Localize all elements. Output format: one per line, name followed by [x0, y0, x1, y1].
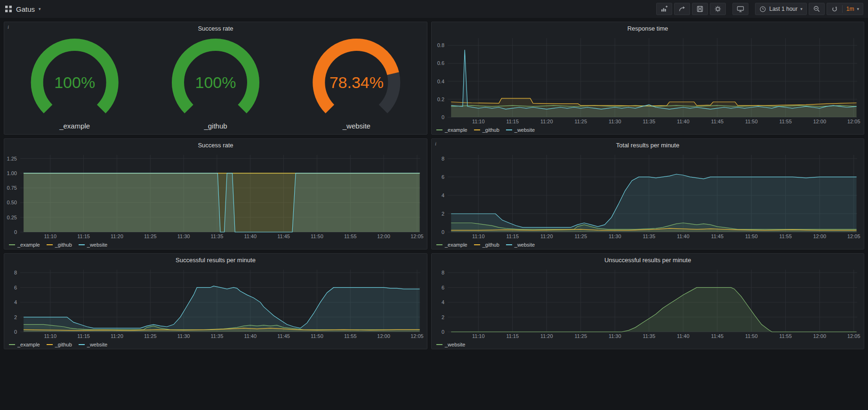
y-tick-label: 8 — [442, 156, 444, 161]
legend-item-_website[interactable]: _website — [436, 342, 465, 347]
x-tick-label: 11:35 — [211, 333, 224, 339]
x-tick-label: 11:55 — [779, 333, 792, 339]
y-tick-label: 4 — [442, 299, 444, 305]
x-tick-label: 11:50 — [745, 119, 758, 124]
zoom-out-icon — [813, 5, 820, 13]
dashboard-grid-icon[interactable] — [5, 5, 12, 13]
add-panel-button[interactable] — [656, 3, 672, 15]
legend-item-_website[interactable]: _website — [506, 127, 535, 133]
legend-item-_website[interactable]: _website — [79, 342, 107, 347]
time-series-plot[interactable]: 11:1011:1511:2011:2511:3011:3511:4011:45… — [432, 34, 864, 126]
x-tick-label: 11:35 — [643, 233, 655, 239]
x-tick-label: 12:00 — [377, 333, 390, 339]
zoom-out-button[interactable] — [809, 3, 825, 15]
x-tick-label: 12:05 — [410, 233, 424, 239]
x-tick-label: 11:45 — [711, 333, 723, 339]
time-range-button[interactable]: Last 1 hour ▾ — [755, 3, 807, 15]
x-tick-label: 11:45 — [711, 233, 723, 239]
panel-title-text: Success rate — [198, 25, 233, 32]
legend-swatch — [79, 244, 85, 245]
save-icon — [696, 5, 704, 13]
x-tick-label: 11:20 — [111, 233, 123, 239]
time-series-plot[interactable]: 11:1011:1511:2011:2511:3011:3511:4011:45… — [4, 266, 427, 340]
dashboard-title[interactable]: Gatus — [16, 5, 35, 13]
x-tick-label: 11:45 — [277, 233, 290, 239]
share-button[interactable] — [674, 3, 690, 15]
legend-item-_example[interactable]: _example — [9, 342, 40, 347]
x-tick-label: 12:00 — [813, 119, 826, 124]
x-tick-label: 11:45 — [711, 119, 723, 124]
legend-item-_github[interactable]: _github — [47, 242, 72, 248]
x-tick-label: 11:15 — [506, 119, 519, 124]
caret-down-icon[interactable]: ▾ — [39, 7, 41, 11]
time-series-plot[interactable]: 11:1011:1511:2011:2511:3011:3511:4011:45… — [432, 151, 864, 241]
settings-gear-icon — [714, 5, 722, 13]
legend-swatch — [474, 129, 480, 130]
legend-item-_website[interactable]: _website — [79, 242, 107, 248]
grafana-dashboard: Gatus ▾ — [0, 0, 868, 410]
chart-legend: _example_github_website — [4, 340, 427, 349]
caret-down-icon: ▾ — [857, 7, 859, 11]
legend-item-_github[interactable]: _github — [47, 342, 72, 347]
x-tick-label: 11:50 — [745, 233, 758, 239]
y-tick-label: 0 — [14, 329, 17, 335]
tv-mode-icon — [737, 5, 744, 13]
panel-title[interactable]: Successful results per minute — [4, 254, 427, 266]
caret-down-icon: ▾ — [800, 7, 803, 11]
gauge-label: _website — [342, 122, 370, 130]
legend-swatch — [9, 344, 15, 345]
x-tick-label: 11:55 — [779, 119, 792, 124]
time-series-plot[interactable]: 11:1011:1511:2011:2511:3011:3511:4011:45… — [4, 151, 427, 241]
x-tick-label: 12:00 — [377, 233, 390, 239]
legend-swatch — [506, 244, 512, 245]
y-tick-label: 6 — [14, 285, 17, 290]
gauge-value: 100% — [54, 73, 95, 91]
settings-button[interactable] — [710, 3, 726, 15]
panel-response-time: i Response time 11:1011:1511:2011:2511:3… — [431, 22, 864, 135]
legend-item-_example[interactable]: _example — [436, 242, 467, 248]
legend-item-_website[interactable]: _website — [506, 242, 535, 248]
panel-title[interactable]: Total results per minute — [432, 139, 864, 151]
x-tick-label: 11:30 — [609, 119, 621, 124]
x-tick-label: 11:40 — [677, 233, 690, 239]
navbar-right: Last 1 hour ▾ 1m ▾ — [654, 3, 863, 15]
y-tick-label: 2 — [14, 314, 17, 320]
info-icon[interactable]: i — [435, 141, 436, 146]
tv-mode-button[interactable] — [732, 3, 748, 15]
legend-swatch — [47, 344, 53, 345]
unsuccessful-results-chart: 11:1011:1511:2011:2511:3011:3511:4011:45… — [432, 266, 864, 349]
panel-title[interactable]: Success rate — [4, 22, 427, 34]
y-tick-label: 0 — [442, 114, 444, 120]
x-tick-label: 12:05 — [847, 333, 860, 339]
x-tick-label: 11:30 — [177, 233, 190, 239]
panel-title[interactable]: Unsuccessful results per minute — [432, 254, 864, 266]
x-tick-label: 11:10 — [472, 119, 485, 124]
success-rate-chart: 11:1011:1511:2011:2511:3011:3511:4011:45… — [4, 151, 427, 249]
refresh-button[interactable]: 1m ▾ — [827, 3, 863, 15]
legend-item-_github[interactable]: _github — [474, 242, 499, 248]
x-tick-label: 11:40 — [244, 333, 257, 339]
x-tick-label: 11:30 — [177, 333, 190, 339]
x-tick-label: 11:20 — [111, 333, 123, 339]
x-tick-label: 12:05 — [410, 333, 424, 339]
legend-item-_example[interactable]: _example — [436, 127, 467, 133]
legend-item-_example[interactable]: _example — [9, 242, 40, 248]
series-area-_website — [451, 288, 856, 332]
panel-title[interactable]: Success rate — [4, 139, 427, 151]
info-icon[interactable]: i — [8, 24, 9, 30]
response-time-chart: 11:1011:1511:2011:2511:3011:3511:4011:45… — [432, 34, 864, 134]
add-panel-icon — [660, 5, 668, 13]
x-tick-label: 11:55 — [344, 333, 357, 339]
y-tick-label: 0 — [442, 329, 444, 335]
y-tick-label: 6 — [442, 285, 444, 290]
y-tick-label: 0 — [14, 229, 17, 235]
panel-title-text: Total results per minute — [616, 142, 679, 149]
time-series-plot[interactable]: 11:1011:1511:2011:2511:3011:3511:4011:45… — [432, 266, 864, 340]
legend-swatch — [47, 244, 53, 245]
y-tick-label: 8 — [14, 270, 17, 275]
legend-item-_github[interactable]: _github — [474, 127, 499, 133]
save-button[interactable] — [692, 3, 708, 15]
panel-success-rate-gauges: i Success rate 100%_example100%_github78… — [4, 22, 427, 135]
y-tick-label: 0.50 — [7, 200, 17, 205]
panel-title[interactable]: Response time — [432, 22, 864, 34]
